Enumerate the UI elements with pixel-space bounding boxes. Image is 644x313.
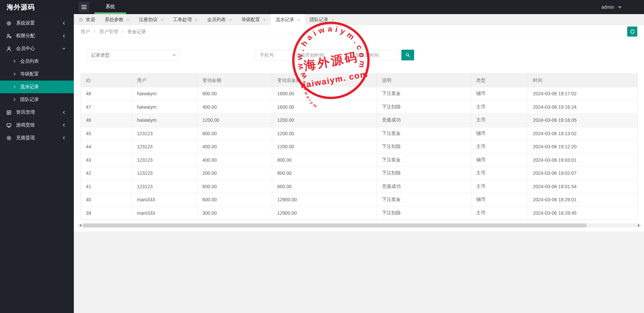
tab-system-params[interactable]: 系统参数× (100, 14, 134, 25)
close-icon[interactable]: × (332, 17, 335, 22)
table-row: 42123123200.00800.00下注扣除主币2024-03-06 19:… (81, 166, 637, 180)
table-cell: 42 (81, 167, 132, 180)
sidebar-item-game-guess[interactable]: 游戏竞猜 (0, 119, 74, 132)
tab-member-list[interactable]: 会员列表× (202, 14, 237, 25)
table-cell: 主币 (471, 114, 528, 127)
table-cell: 600.00 (272, 180, 377, 193)
tab-team-records[interactable]: 团队记录× (305, 14, 339, 25)
end-time-input[interactable] (347, 50, 399, 60)
news-icon (6, 110, 12, 115)
table-row: 40mani333600.0012900.00下注奖金辅币2024-03-06 … (81, 193, 637, 206)
table-cell: mani333 (132, 193, 197, 206)
close-icon[interactable]: × (127, 17, 130, 22)
breadcrumb-separator: / (94, 29, 95, 34)
breadcrumb-item[interactable]: 用户 (81, 29, 90, 34)
close-icon[interactable]: × (161, 17, 164, 22)
table-cell: 充值成功 (377, 114, 471, 127)
chevron-left-icon (61, 20, 66, 26)
column-header: ID (81, 74, 132, 87)
table-cell: 2024-03-06 19:01:54 (528, 180, 638, 193)
table-cell: 600.00 (197, 193, 272, 206)
sidebar-item-permission-assign[interactable]: 权限分配 (0, 30, 74, 42)
sidebar-item-level-config[interactable]: 等级配置 (0, 68, 74, 81)
table-cell: 800.00 (197, 87, 272, 100)
table-cell: 下注扣除 (377, 167, 471, 180)
scroll-right-arrow[interactable] (637, 223, 641, 227)
table-cell: 1600.00 (272, 87, 377, 100)
start-time-input[interactable] (292, 50, 344, 60)
sidebar-item-member-list[interactable]: 会员列表 (0, 55, 74, 68)
breadcrumb-item[interactable]: 用户管理 (99, 29, 118, 34)
sidebar-item-label: 充值提现 (16, 135, 35, 141)
filter-bar: 记录类型 (74, 50, 644, 60)
sidebar-item-system-settings[interactable]: 系统设置 (0, 17, 74, 30)
top-header: 海外源码 系统 admin (0, 0, 644, 14)
table-cell: 下注奖金 (377, 154, 471, 167)
hamburger-icon (82, 5, 87, 6)
tab-work-order[interactable]: 工单处理× (168, 14, 203, 25)
tab-bar: 欢迎系统参数×注册协议×工单处理×会员列表×等级配置×流水记录×团队记录× (74, 14, 644, 25)
tab-level-config[interactable]: 等级配置× (237, 14, 271, 25)
record-type-select[interactable]: 记录类型 (87, 50, 180, 60)
tab-label: 等级配置 (241, 17, 260, 23)
tab-label: 工单处理 (173, 17, 192, 23)
column-header: 时间 (528, 74, 638, 87)
record-type-value: 记录类型 (91, 52, 110, 58)
close-icon[interactable]: × (263, 17, 266, 22)
hamburger-menu-button[interactable] (79, 2, 89, 12)
table-row: 46haiwaiym1200.001200.00充值成功主币2024-03-06… (81, 113, 637, 127)
tab-flow-records[interactable]: 流水记录× (271, 14, 305, 25)
table-cell: 辅币 (471, 154, 528, 167)
table-cell: 300.00 (197, 207, 272, 220)
sidebar-item-flow-records[interactable]: 流水记录 (0, 81, 74, 93)
top-nav-item-system[interactable]: 系统 (94, 0, 126, 14)
table-cell: 1200.00 (272, 127, 377, 140)
table-cell: haiwaiym (132, 101, 197, 114)
sidebar-item-recharge-withdraw[interactable]: 充值提现 (0, 132, 74, 144)
scroll-left-arrow[interactable] (78, 223, 83, 227)
gear-icon (6, 135, 12, 141)
table-row: 43123123400.00800.00下注奖金辅币2024-03-06 19:… (81, 153, 637, 167)
table-cell: 下注奖金 (377, 193, 471, 206)
member-icon (6, 46, 12, 52)
horizontal-scrollbar[interactable] (78, 223, 641, 227)
chevron-down-icon (172, 54, 176, 56)
user-menu[interactable]: admin (601, 0, 622, 14)
sidebar-item-label: 团队记录 (20, 97, 39, 103)
tab-label: 系统参数 (105, 17, 123, 23)
sidebar-item-news-manage[interactable]: 资讯管理 (0, 106, 74, 119)
table-cell: 800.00 (197, 127, 272, 140)
close-icon[interactable]: × (195, 17, 198, 22)
sidebar-item-label: 会员列表 (20, 58, 39, 64)
sidebar-item-team-records[interactable]: 团队记录 (0, 93, 74, 106)
table-cell: 46 (81, 114, 132, 127)
table-cell: 主币 (471, 167, 528, 180)
table-cell: 2024-03-06 19:12:20 (528, 140, 638, 153)
table-row: 45123123800.001200.00下注奖金辅币2024-03-06 19… (81, 127, 637, 140)
table-cell: 45 (81, 127, 132, 140)
refresh-button[interactable] (627, 27, 637, 37)
table-cell: 2024-03-06 19:16:24 (528, 101, 638, 114)
sidebar-item-label: 会员中心 (16, 46, 35, 52)
table-cell: 1600.00 (272, 101, 377, 114)
search-icon (405, 52, 410, 58)
table-cell: 200.00 (197, 167, 272, 180)
close-icon[interactable]: × (229, 17, 232, 22)
sidebar-item-member-center[interactable]: 会员中心 (0, 42, 74, 55)
table-cell: 2024-03-06 19:13:02 (528, 127, 638, 140)
breadcrumb-separator: / (122, 29, 123, 34)
table-cell: 下注奖金 (377, 87, 471, 100)
search-button[interactable] (401, 50, 414, 60)
tab-label: 流水记录 (276, 17, 294, 23)
breadcrumb-item-current: 资金记录 (127, 29, 146, 34)
tab-welcome[interactable]: 欢迎 (74, 14, 100, 25)
table-cell: 123123 (132, 180, 197, 193)
home-icon (79, 17, 84, 22)
refresh-icon (630, 29, 635, 35)
table-cell: haiwaiym (132, 87, 197, 100)
tab-register-agreement[interactable]: 注册协议× (134, 14, 168, 25)
table-cell: 下注扣除 (377, 101, 471, 114)
scrollbar-thumb[interactable] (83, 223, 586, 227)
close-icon[interactable]: × (297, 17, 300, 22)
table-cell: 下注奖金 (377, 127, 471, 140)
